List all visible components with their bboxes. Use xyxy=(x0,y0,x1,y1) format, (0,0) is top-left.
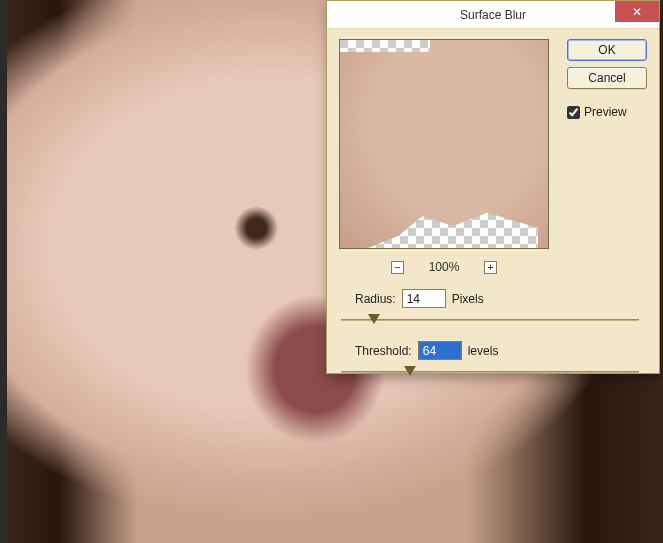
preview-thumbnail[interactable] xyxy=(339,39,549,249)
zoom-percent: 100% xyxy=(426,260,462,274)
threshold-input[interactable] xyxy=(418,341,462,360)
radius-slider-thumb[interactable] xyxy=(368,314,380,324)
preview-checkbox-row[interactable]: Preview xyxy=(567,105,647,119)
button-label: OK xyxy=(598,43,615,57)
close-button[interactable]: ✕ xyxy=(615,1,659,22)
dialog-title: Surface Blur xyxy=(327,8,659,22)
dialog-titlebar[interactable]: Surface Blur ✕ xyxy=(327,1,659,29)
radius-label: Radius: xyxy=(355,292,396,306)
surface-blur-dialog: Surface Blur ✕ − 100% + xyxy=(326,0,660,374)
threshold-label: Threshold: xyxy=(355,344,412,358)
ok-button[interactable]: OK xyxy=(567,39,647,61)
preview-checkbox[interactable] xyxy=(567,106,580,119)
zoom-out-button[interactable]: − xyxy=(391,261,404,274)
threshold-slider-thumb[interactable] xyxy=(404,366,416,376)
preview-checkbox-label: Preview xyxy=(584,105,627,119)
threshold-slider[interactable] xyxy=(341,364,639,380)
radius-unit: Pixels xyxy=(452,292,484,306)
slider-track-line xyxy=(341,371,639,373)
cancel-button[interactable]: Cancel xyxy=(567,67,647,89)
dialog-body: − 100% + OK Cancel Preview xyxy=(327,29,659,373)
slider-track-line xyxy=(341,319,639,321)
transparency-region xyxy=(340,40,430,52)
threshold-unit: levels xyxy=(468,344,499,358)
radius-input[interactable] xyxy=(402,289,446,308)
radius-slider[interactable] xyxy=(341,312,639,328)
radius-group: Radius: Pixels xyxy=(341,289,641,328)
plus-icon: + xyxy=(487,262,493,273)
threshold-group: Threshold: levels xyxy=(341,341,641,380)
radius-row: Radius: Pixels xyxy=(355,289,641,308)
preview-image xyxy=(340,40,548,248)
zoom-controls: − 100% + xyxy=(339,257,549,277)
zoom-in-button[interactable]: + xyxy=(484,261,497,274)
app-chrome-edge xyxy=(0,0,7,543)
close-icon: ✕ xyxy=(632,5,642,19)
transparency-region xyxy=(368,204,538,248)
dialog-button-column: OK Cancel Preview xyxy=(567,39,647,119)
minus-icon: − xyxy=(394,262,400,273)
button-label: Cancel xyxy=(588,71,625,85)
workspace: Surface Blur ✕ − 100% + xyxy=(0,0,663,543)
threshold-row: Threshold: levels xyxy=(355,341,641,360)
